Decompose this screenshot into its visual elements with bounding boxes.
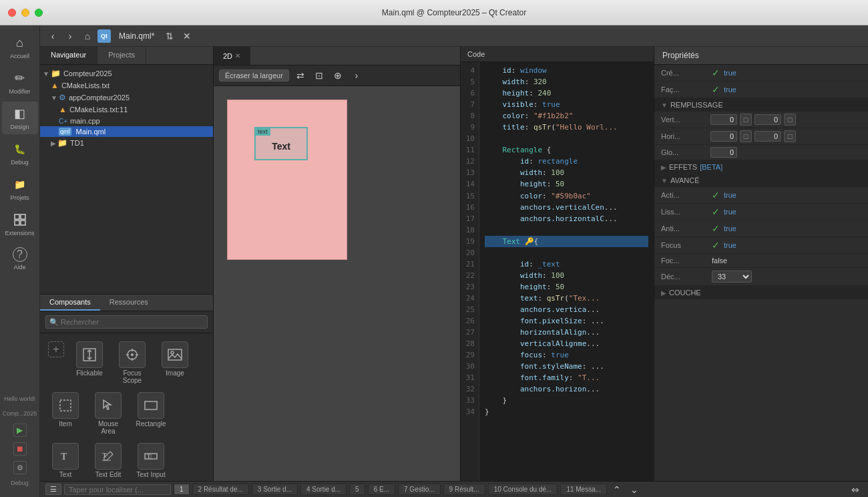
code-text[interactable]: id: window width: 320 height: 240 visibl…: [479, 62, 654, 481]
qml-text-item[interactable]: text Text: [254, 127, 308, 160]
prop-value-acti: true: [724, 191, 736, 199]
component-text[interactable]: T Text: [45, 440, 85, 481]
prop-icon-vert1[interactable]: □: [740, 114, 752, 126]
tab-composants[interactable]: Composants: [40, 295, 100, 311]
prop-row-cre: Cré... ✓ true: [654, 65, 868, 81]
sidebar-label-accueil: Accueil: [10, 53, 29, 59]
locator-input[interactable]: [64, 484, 171, 495]
prop-select-dec[interactable]: 33: [712, 271, 752, 283]
add-component-button[interactable]: +: [48, 341, 64, 357]
prop-input-hori1[interactable]: [710, 131, 737, 142]
search-input[interactable]: [45, 315, 208, 329]
sidebar-label-debug: Debug: [11, 159, 29, 166]
prop-check-focus[interactable]: ✓: [712, 240, 720, 251]
sidebar-item-extensions[interactable]: Extensions: [2, 208, 38, 240]
close-tab-button[interactable]: ✕: [180, 29, 194, 43]
tree-item-mainqml[interactable]: qml Main.qml: [40, 126, 213, 137]
run-button[interactable]: ▶: [13, 424, 27, 437]
prop-input-glo[interactable]: [710, 147, 737, 158]
section-effets[interactable]: ▶ EFFETS [BETA]: [654, 160, 868, 174]
file-tree: ▼ 📁 Compteur2025 ▲ CMakeLists.txt ▼ ⚙ ap…: [40, 65, 213, 294]
prop-icon-hori1[interactable]: □: [740, 130, 752, 142]
sidebar-item-modifier[interactable]: ✏ Modifier: [2, 66, 38, 99]
tab-ressources[interactable]: Ressources: [100, 295, 158, 311]
component-flickable[interactable]: Flickable: [69, 339, 110, 387]
status-tab-11[interactable]: 11 Messa...: [560, 484, 607, 495]
status-settings-icon[interactable]: ⇔: [848, 482, 863, 497]
section-avance[interactable]: ▼ AVANCÉ: [654, 174, 868, 187]
status-tab-3[interactable]: 3 Sortie d...: [252, 484, 298, 495]
sidebar-item-aide[interactable]: ? Aide: [2, 243, 38, 275]
view-toolbar: Écraser la largeur ⇄ ⊡ ⊕ ›: [214, 65, 460, 86]
text-edit-label: Text Edit: [95, 471, 121, 478]
tab-navigateur[interactable]: Navigateur: [40, 47, 97, 64]
stop-button[interactable]: ⏹: [13, 442, 27, 456]
sidebar-item-accueil[interactable]: ⌂ Accueil: [2, 31, 38, 63]
sidebar-item-design[interactable]: ◧ Design: [2, 102, 38, 134]
zoom-fit-button[interactable]: ⊕: [331, 68, 345, 83]
tab-2d[interactable]: 2D ✕: [214, 47, 250, 65]
status-tab-2[interactable]: 2 Résultat de...: [192, 484, 249, 495]
component-text-input[interactable]: T| Text Input: [131, 440, 171, 481]
prop-input-vert1[interactable]: [710, 114, 737, 125]
debug-run-button[interactable]: ⚙: [13, 461, 27, 474]
view-toolbar-icon1[interactable]: ⇄: [293, 68, 308, 83]
tree-item-compteur2025[interactable]: ▼ 📁 Compteur2025: [40, 67, 213, 79]
svg-point-13: [171, 351, 174, 354]
minimize-button[interactable]: [21, 9, 29, 17]
maximize-button[interactable]: [35, 9, 43, 17]
svg-rect-0: [15, 214, 19, 219]
component-text-edit[interactable]: T Text Edit: [88, 440, 128, 481]
status-tab-7[interactable]: 7 Gestio...: [398, 484, 441, 495]
view-more-button[interactable]: ›: [349, 68, 364, 83]
canvas-area[interactable]: text Text: [214, 86, 460, 481]
prop-input-hori2[interactable]: [754, 131, 781, 142]
status-tab-4[interactable]: 4 Sortie d...: [300, 484, 347, 495]
status-tab-5[interactable]: 5: [349, 484, 365, 495]
tab-projects[interactable]: Projects: [97, 47, 146, 64]
section-couche[interactable]: ▶ COUCHE: [654, 286, 868, 299]
view-toolbar-icon2[interactable]: ⊡: [312, 68, 327, 83]
sidebar-item-debug[interactable]: 🐛 Debug: [2, 137, 38, 170]
tree-item-app[interactable]: ▼ ⚙ appCompteur2025: [40, 92, 213, 104]
status-locator-icon[interactable]: ☰: [45, 484, 61, 495]
sidebar-item-projets[interactable]: 📁 Projets: [2, 172, 38, 205]
prop-icon-hori2[interactable]: □: [784, 130, 796, 142]
forward-button[interactable]: ›: [63, 29, 77, 43]
status-nav-down[interactable]: ⌄: [627, 482, 642, 497]
status-tab-1[interactable]: 1: [174, 484, 190, 495]
status-nav-up[interactable]: ⌃: [610, 482, 624, 497]
status-tab-10[interactable]: 10 Console du dé...: [488, 484, 558, 495]
sidebar-icons: ⌂ Accueil ✏ Modifier ◧ Design 🐛 Debug 📁 …: [0, 25, 40, 497]
prop-icon-vert2[interactable]: □: [784, 114, 796, 126]
close-button[interactable]: [8, 9, 16, 17]
item-icon: [52, 392, 79, 419]
filename-tab[interactable]: Main.qml*: [114, 31, 160, 41]
status-tab-6[interactable]: 6 E...: [368, 484, 395, 495]
component-mouse-area[interactable]: Mouse Area: [88, 389, 128, 438]
fit-width-button[interactable]: Écraser la largeur: [219, 69, 289, 81]
nav-button[interactable]: ⌂: [80, 29, 95, 43]
prop-check-liss[interactable]: ✓: [712, 206, 720, 217]
component-item[interactable]: Item: [45, 389, 85, 438]
component-rectangle[interactable]: Rectangle: [131, 389, 171, 438]
prop-input-vert2[interactable]: [754, 114, 781, 125]
component-image[interactable]: Image: [155, 339, 195, 387]
section-remplissage[interactable]: ▼ REMPLISSAGE: [654, 98, 868, 112]
prop-check-acti[interactable]: ✓: [712, 190, 720, 200]
text-item-small-label: text: [255, 128, 270, 136]
status-tab-9[interactable]: 9 Résult...: [443, 484, 485, 495]
back-button[interactable]: ‹: [45, 29, 60, 43]
svg-point-7: [131, 353, 134, 356]
tree-item-td1[interactable]: ▶ 📁 TD1: [40, 137, 213, 149]
prop-check-fac[interactable]: ✓: [712, 84, 720, 95]
tree-item-cmake1[interactable]: ▲ CMakeLists.txt: [40, 79, 213, 92]
tree-item-maincpp[interactable]: C+ main.cpp: [40, 116, 213, 126]
split-button[interactable]: ⇅: [162, 29, 177, 43]
tree-item-cmake2[interactable]: ▲ CMakeLists.txt:11: [40, 104, 213, 116]
prop-check-anti[interactable]: ✓: [712, 223, 720, 234]
prop-check-cre[interactable]: ✓: [712, 67, 720, 78]
component-focus-scope[interactable]: Focus Scope: [112, 339, 152, 387]
close-2d-tab[interactable]: ✕: [235, 52, 240, 59]
tree-label: TD1: [70, 139, 84, 147]
